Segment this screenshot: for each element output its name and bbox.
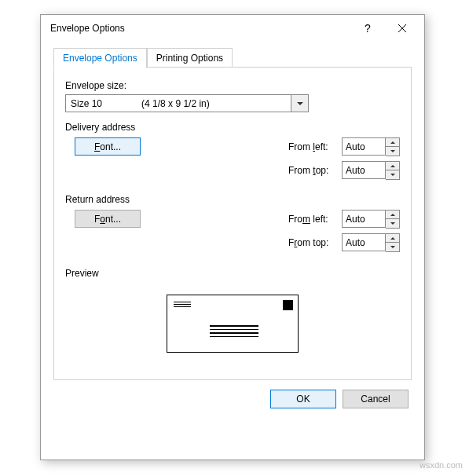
size-dimensions: (4 1/8 x 9 1/2 in) — [141, 98, 210, 109]
spinner-buttons — [386, 233, 400, 252]
envelope-preview-icon — [167, 295, 299, 353]
triangle-up-icon — [390, 141, 395, 144]
return-address-group: Font... From left: F — [65, 210, 400, 257]
spinner-buttons — [386, 210, 400, 229]
titlebar: Envelope Options ? — [41, 15, 424, 42]
tab-printing-options[interactable]: Printing Options — [147, 48, 233, 68]
delivery-from-left-row: From left: — [288, 137, 400, 156]
watermark: wsxdn.com — [420, 460, 463, 470]
tab-panel: Envelope size: Size 10 (4 1/8 x 9 1/2 in… — [53, 68, 412, 380]
return-address-label: Return address — [65, 194, 400, 205]
delivery-from-top-row: From top: — [288, 161, 400, 180]
help-icon: ? — [365, 22, 371, 35]
spin-down-button[interactable] — [386, 147, 399, 156]
preview-label: Preview — [65, 268, 400, 279]
dropdown-button[interactable] — [291, 94, 309, 112]
size-name: Size 10 — [71, 98, 102, 109]
from-top-label: From top: — [288, 165, 342, 176]
triangle-up-icon — [390, 214, 395, 216]
ok-button[interactable]: OK — [270, 390, 336, 408]
tab-label: Printing Options — [156, 53, 223, 64]
delivery-font-button[interactable]: Font... — [75, 137, 141, 156]
button-label: Font... — [94, 141, 121, 152]
button-label: Font... — [94, 214, 121, 225]
from-left-label: From left: — [288, 141, 342, 152]
return-from-left-row: From left: — [288, 210, 400, 229]
delivery-address-label: Delivery address — [65, 122, 400, 133]
spin-down-button[interactable] — [386, 219, 399, 228]
tabstrip: Envelope Options Printing Options — [53, 48, 412, 68]
dialog-footer: OK Cancel — [53, 380, 412, 408]
return-from-left-input[interactable] — [342, 210, 386, 228]
button-label: OK — [296, 394, 310, 405]
cancel-button[interactable]: Cancel — [343, 390, 409, 408]
spin-down-button[interactable] — [386, 170, 399, 179]
spinner-buttons — [386, 161, 400, 180]
return-offsets: From left: From top: — [288, 210, 400, 257]
delivery-address-lines-icon — [210, 325, 258, 339]
delivery-from-top-spinner — [342, 161, 400, 180]
spin-up-button[interactable] — [386, 162, 399, 170]
button-label: Cancel — [361, 394, 390, 405]
delivery-from-left-input[interactable] — [342, 137, 386, 156]
chevron-down-icon — [297, 102, 303, 105]
preview-area — [65, 287, 400, 367]
envelope-size-label: Envelope size: — [65, 80, 400, 91]
dialog-title: Envelope Options — [50, 23, 350, 34]
return-from-top-spinner — [342, 233, 400, 252]
return-from-left-spinner — [342, 210, 400, 229]
stamp-icon — [283, 300, 293, 310]
envelope-options-dialog: Envelope Options ? Envelope Options Prin… — [40, 14, 425, 460]
close-button[interactable] — [385, 17, 420, 39]
close-icon — [398, 24, 407, 33]
spin-up-button[interactable] — [386, 234, 399, 243]
return-from-top-input[interactable] — [342, 233, 386, 251]
delivery-address-group: Font... From left: F — [65, 137, 400, 185]
triangle-up-icon — [390, 165, 395, 167]
select-display: Size 10 (4 1/8 x 9 1/2 in) — [65, 94, 291, 112]
help-button[interactable]: ? — [350, 17, 385, 39]
spinner-buttons — [386, 137, 400, 156]
delivery-offsets: From left: From top: — [288, 137, 400, 185]
spin-down-button[interactable] — [386, 243, 399, 251]
triangle-down-icon — [390, 246, 395, 248]
return-from-top-row: From top: — [288, 233, 400, 252]
from-top-label: From top: — [288, 237, 342, 248]
delivery-from-top-input[interactable] — [342, 161, 386, 179]
dialog-body: Envelope Options Printing Options Envelo… — [41, 42, 424, 419]
triangle-down-icon — [390, 174, 395, 176]
tab-envelope-options[interactable]: Envelope Options — [53, 48, 147, 68]
from-left-label: From left: — [288, 214, 342, 225]
triangle-down-icon — [390, 222, 395, 225]
spin-up-button[interactable] — [386, 138, 399, 147]
return-address-lines-icon — [174, 302, 191, 309]
return-font-button[interactable]: Font... — [75, 210, 141, 228]
label-text: Envelope size: — [65, 80, 126, 91]
triangle-down-icon — [390, 150, 395, 152]
triangle-up-icon — [390, 237, 395, 240]
delivery-from-left-spinner — [342, 137, 400, 156]
tab-label: Envelope Options — [63, 53, 137, 64]
spin-up-button[interactable] — [386, 211, 399, 219]
envelope-size-select[interactable]: Size 10 (4 1/8 x 9 1/2 in) — [65, 94, 309, 112]
